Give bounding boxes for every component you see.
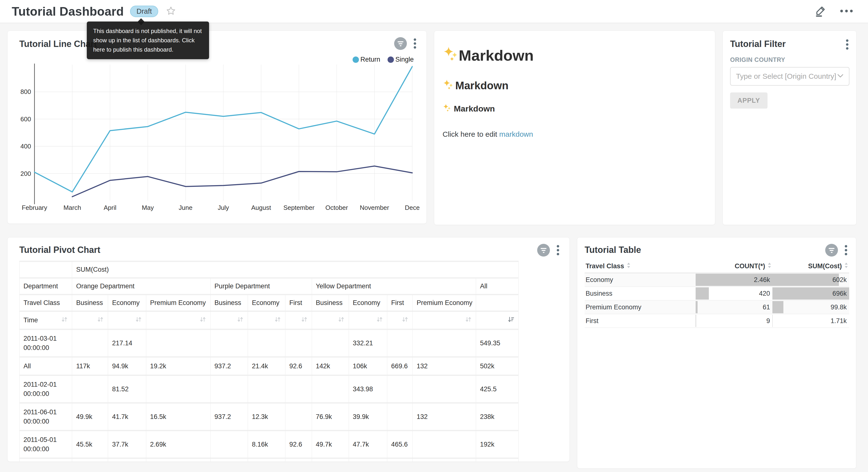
sort-descending-icon[interactable]	[507, 316, 515, 325]
kebab-menu-icon[interactable]	[556, 244, 560, 258]
pivot-subcolumn-business: Business	[211, 295, 248, 312]
pivot-value-cell: 937.2	[211, 404, 248, 431]
travel-class-cell: Economy	[585, 273, 695, 286]
sort-toggle-icon[interactable]	[61, 316, 68, 325]
pivot-value-cell	[211, 459, 248, 462]
pivot-sort-cell[interactable]	[108, 312, 146, 330]
pivot-sort-cell[interactable]	[349, 312, 387, 330]
count-cell: 2.46k	[695, 273, 772, 286]
travel-class-cell: First	[585, 314, 695, 327]
pivot-sort-cell[interactable]	[146, 312, 211, 330]
pivot-row-header-time[interactable]: Time	[19, 312, 72, 330]
pivot-value-cell: 502k	[476, 358, 519, 376]
origin-country-select[interactable]: Type or Select [Origin Country]	[730, 67, 849, 86]
pivot-sort-cell[interactable]	[387, 312, 413, 330]
kebab-menu-icon[interactable]	[845, 38, 849, 52]
pivot-value-cell: 92.6	[285, 431, 312, 459]
sort-toggle-icon[interactable]	[301, 316, 308, 325]
table-header-row: Travel Class COUNT(*) SUM(Cost)	[585, 260, 849, 273]
sort-toggle-icon[interactable]	[97, 316, 104, 325]
favorite-star-button[interactable]	[165, 6, 176, 18]
pivot-sort-cell[interactable]	[72, 312, 108, 330]
sort-toggle-icon[interactable]	[135, 316, 142, 325]
pivot-value-cell: 94.9k	[108, 358, 146, 376]
edit-markdown-link[interactable]: markdown	[499, 130, 533, 138]
applied-filters-badge[interactable]	[537, 244, 550, 258]
pivot-sort-cell[interactable]	[211, 312, 248, 330]
pivot-value-cell	[285, 376, 312, 404]
column-header-travel-class[interactable]: Travel Class	[585, 262, 695, 270]
pivot-value-cell	[413, 376, 476, 404]
sort-toggle-icon[interactable]	[401, 316, 409, 325]
pencil-icon	[814, 5, 827, 18]
pivot-value-cell: 465.6	[387, 431, 413, 459]
pivot-value-cell: 21.4k	[248, 358, 285, 376]
pivot-time-cell: All	[19, 358, 72, 376]
pivot-sort-cell[interactable]	[312, 312, 349, 330]
pivot-data-row: All117k94.9k19.2k937.221.4k92.6142k106k6…	[19, 358, 519, 376]
pivot-data-row: 2011-05-0100:00:0045.5k37.7k2.69k8.16k92…	[19, 431, 519, 459]
pivot-data-row: 2011-02-0100:00:0081.52343.98425.5	[19, 376, 519, 404]
dashboard-page: Tutorial Dashboard Draft	[0, 0, 868, 472]
pivot-value-cell: 15.2k	[108, 459, 146, 462]
travel-class-cell: Premium Economy	[585, 301, 695, 314]
markdown-h3-text: Markdown	[454, 104, 495, 114]
pivot-value-cell: 41.7k	[108, 404, 146, 431]
pivot-value-cell: 47.7k	[349, 431, 387, 459]
ellipsis-icon	[840, 9, 853, 14]
pivot-sort-cell[interactable]	[413, 312, 476, 330]
pivot-table-grid: SUM(Cost)DepartmentOrange DepartmentPurp…	[19, 261, 519, 462]
sort-toggle-icon[interactable]	[237, 316, 244, 325]
sort-toggle-icon[interactable]	[274, 316, 281, 325]
draft-status-badge[interactable]: Draft	[130, 6, 158, 17]
sparkles-icon	[442, 79, 454, 92]
count-cell: 9	[695, 314, 772, 327]
kebab-menu-icon[interactable]	[844, 244, 848, 258]
sum-value: 1.71k	[831, 314, 847, 327]
column-header-sum-cost[interactable]: SUM(Cost)	[772, 262, 849, 270]
pivot-value-cell	[211, 376, 248, 404]
count-cell: 61	[695, 301, 772, 314]
star-icon	[165, 6, 176, 18]
pivot-subcolumn-first: First	[387, 295, 413, 312]
column-header-count[interactable]: COUNT(*)	[695, 262, 772, 270]
more-options-button[interactable]	[840, 9, 853, 14]
pivot-value-cell: 15.9k	[312, 459, 349, 462]
apply-filter-button[interactable]: APPLY	[730, 92, 768, 109]
pivot-time-cell: 2011-02-0100:00:00	[19, 376, 72, 404]
svg-text:800: 800	[21, 88, 31, 95]
sparkles-icon	[442, 46, 459, 65]
sort-toggle-icon[interactable]	[337, 316, 345, 325]
publish-tooltip: This dashboard is not published, it will…	[87, 22, 209, 59]
pivot-sort-cell[interactable]	[248, 312, 285, 330]
pivot-value-cell	[387, 404, 413, 431]
svg-text:200: 200	[21, 170, 31, 177]
pivot-value-cell	[413, 330, 476, 358]
pivot-value-cell	[211, 330, 248, 358]
pivot-sort-cell[interactable]	[285, 312, 312, 330]
pivot-value-cell: 49.7k	[312, 431, 349, 459]
edit-dashboard-button[interactable]	[814, 5, 827, 18]
sort-toggle-icon[interactable]	[376, 316, 383, 325]
pivot-value-cell: 70.9k	[476, 459, 519, 462]
draft-badge-label: Draft	[136, 7, 152, 16]
count-value: 2.46k	[754, 273, 770, 286]
sort-toggle-icon[interactable]	[465, 316, 472, 325]
pivot-value-cell	[72, 330, 108, 358]
applied-filters-badge[interactable]	[825, 244, 838, 258]
sort-toggle-icon[interactable]	[199, 316, 206, 325]
x-axis-label: Dece	[405, 204, 420, 211]
pivot-subcolumn-economy: Economy	[108, 295, 146, 312]
pivot-group-header-orange-department: Orange Department	[72, 278, 211, 295]
x-axis-label: February	[22, 204, 47, 211]
pivot-value-cell: 669.6	[387, 358, 413, 376]
pivot-corner-cell	[19, 261, 72, 278]
pivot-value-cell: 217.14	[108, 330, 146, 358]
line-chart-plot[interactable]: 200400600800FebruaryMarchAprilMayJuneJul…	[7, 31, 427, 224]
pivot-sort-cell-all[interactable]	[476, 312, 519, 330]
count-value: 61	[763, 301, 770, 314]
pivot-value-cell: 132	[413, 404, 476, 431]
pivot-subcolumn-economy: Economy	[248, 295, 285, 312]
pivot-value-cell	[146, 330, 211, 358]
pivot-group-header-all: All	[476, 278, 519, 295]
